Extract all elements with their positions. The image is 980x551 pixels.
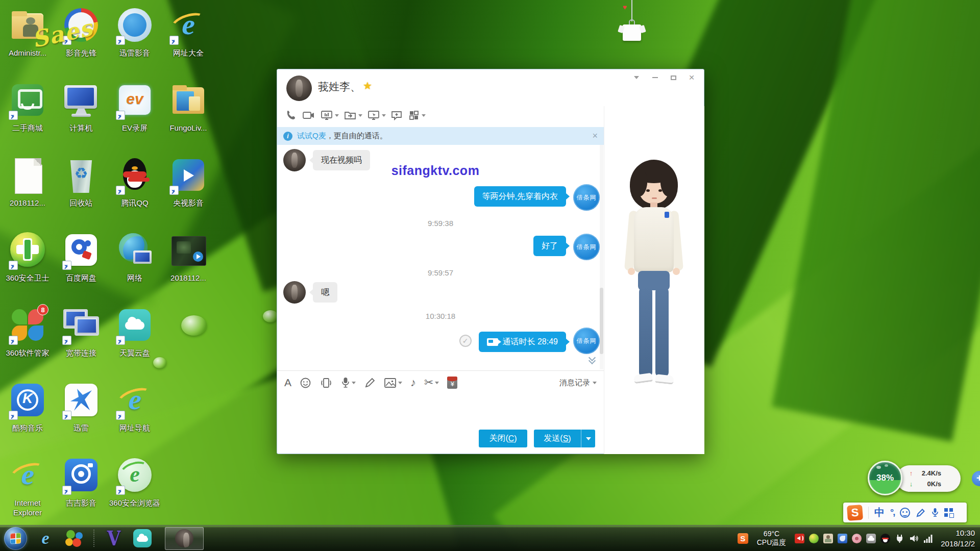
desktop-icon[interactable]: 8 360软件管家 <box>1 306 54 358</box>
desktop-icon[interactable]: 腾讯QQ <box>108 156 161 208</box>
tray-pcmanager-icon[interactable] <box>838 534 847 543</box>
desktop-icon[interactable]: 百度网盘 <box>55 231 108 283</box>
send-button[interactable]: 发送(S) <box>534 430 581 447</box>
desktop-icon[interactable]: 360安全卫士 <box>1 231 54 283</box>
red-packet-icon[interactable]: ¥ <box>447 377 457 389</box>
desktop-icon[interactable]: ♻ 回收站 <box>55 156 108 208</box>
minimize-button[interactable] <box>651 73 659 82</box>
peer-message-avatar[interactable] <box>283 149 306 171</box>
desktop-icon[interactable]: 吉吉影音 <box>55 456 108 508</box>
desktop-icon[interactable]: 迅雷影音 <box>108 6 161 58</box>
tray-power-plug-icon[interactable] <box>895 534 904 543</box>
taskbar-sogou-browser-icon[interactable] <box>63 527 85 550</box>
chinese-mode-icon[interactable]: 中 <box>874 506 885 519</box>
dropdown-caret-icon[interactable] <box>335 114 339 117</box>
desktop-icon[interactable]: 央视影音 <box>162 156 215 208</box>
tray-doctor-icon[interactable] <box>823 534 833 543</box>
dropdown-caret-icon[interactable] <box>352 382 356 384</box>
desktop-icon[interactable]: 计算机 <box>55 81 108 133</box>
tray-360-icon[interactable] <box>809 534 819 543</box>
outgoing-message[interactable]: 等两分钟,先穿着内衣 借条网 <box>277 184 600 211</box>
close-button[interactable]: × <box>688 73 696 82</box>
voice-input-icon[interactable] <box>932 508 939 518</box>
taskbar-cloud-icon[interactable] <box>132 527 153 550</box>
taskbar-ie-icon[interactable]: e <box>35 527 56 550</box>
desktop-icon[interactable]: e 网址导航 <box>108 381 161 433</box>
self-avatar-badge[interactable]: 借条网 <box>573 328 600 354</box>
desktop-icon[interactable]: K 酷狗音乐 <box>1 381 54 433</box>
qmic-link[interactable]: 试试Q麦 <box>297 131 326 141</box>
notice-close-icon[interactable]: × <box>592 131 598 141</box>
memory-ball[interactable]: 38% <box>868 461 902 495</box>
desktop-icon[interactable]: FungoLiv... <box>162 81 215 133</box>
send-options-caret[interactable] <box>581 430 595 447</box>
scroll-to-bottom-icon[interactable] <box>589 356 597 364</box>
dropdown-caret-icon[interactable] <box>422 114 426 117</box>
scrollbar-thumb[interactable] <box>600 288 603 354</box>
peer-message-avatar[interactable] <box>283 281 306 304</box>
emoji-icon[interactable] <box>300 377 311 389</box>
toolbox-grid-icon[interactable] <box>944 508 953 517</box>
screenshot-scissors-icon[interactable]: ✂ <box>424 377 439 388</box>
dropdown-caret-icon[interactable] <box>435 382 439 384</box>
desktop-icon[interactable]: 2018112... <box>162 231 215 283</box>
sogou-ime-bar[interactable]: S 中 °, <box>843 503 967 522</box>
close-chat-button[interactable]: 关闭(C) <box>479 430 527 447</box>
desktop-icon[interactable]: 2018112... <box>1 156 54 208</box>
self-avatar-badge[interactable]: 借条网 <box>573 184 600 211</box>
apps-grid-icon[interactable] <box>408 109 426 121</box>
incoming-message[interactable]: 嗯 <box>283 281 604 304</box>
tray-plum-icon[interactable] <box>852 534 862 543</box>
desktop-icon[interactable]: 二手商城 <box>1 81 54 133</box>
desktop-icon[interactable]: 网络 <box>108 231 161 283</box>
tray-qq-icon[interactable] <box>880 534 890 543</box>
screen-share-icon[interactable] <box>320 109 339 121</box>
desktop-icon[interactable]: e 360安全浏览器 <box>108 456 161 508</box>
dropdown-caret-icon[interactable] <box>382 114 386 117</box>
qq-show-avatar-girl[interactable] <box>616 160 692 405</box>
desktop-icon[interactable]: ev EV录屏 <box>108 81 161 133</box>
sogou-logo-icon[interactable]: S <box>847 504 863 520</box>
handwriting-pen-icon[interactable] <box>916 508 926 518</box>
voice-message-icon[interactable] <box>341 377 356 389</box>
message-history-button[interactable]: 消息记录 <box>559 378 597 388</box>
handwriting-icon[interactable] <box>364 377 376 389</box>
dropdown-caret-icon[interactable] <box>398 382 402 384</box>
window-menu-caret-icon[interactable] <box>632 73 641 82</box>
punctuation-icon[interactable]: °, <box>890 507 894 518</box>
call-record-message[interactable]: ✓ 通话时长 28:49 借条网 <box>277 328 600 354</box>
image-icon[interactable] <box>384 377 402 389</box>
desktop-icon[interactable]: 迅雷 <box>55 381 108 433</box>
maximize-button[interactable] <box>669 73 677 82</box>
message-scrollbar[interactable] <box>600 145 603 369</box>
network-signal-icon[interactable] <box>923 534 933 543</box>
music-icon[interactable]: ♪ <box>410 377 416 388</box>
desktop-icon-label: 计算机 <box>55 123 108 133</box>
window-shake-icon[interactable] <box>320 377 333 389</box>
desktop-icon[interactable]: 天翼云盘 <box>108 306 161 358</box>
remote-assist-icon[interactable] <box>367 109 386 121</box>
create-group-icon[interactable] <box>390 109 403 121</box>
emoji-picker-icon[interactable] <box>900 508 910 518</box>
desktop-icon[interactable]: e 网址大全 <box>162 6 215 58</box>
sogou-tray-icon[interactable]: S <box>738 533 748 544</box>
dropdown-caret-icon[interactable] <box>358 114 362 117</box>
qq-show-tshirt-ornament[interactable]: ♥ <box>616 0 648 51</box>
taskbar-vidown-icon[interactable]: V <box>103 527 125 550</box>
desktop-icon[interactable]: e Internet Explorer <box>1 456 54 518</box>
volume-icon[interactable] <box>909 534 919 543</box>
tray-clock[interactable]: 10:30 2018/12/2 <box>941 528 975 549</box>
video-call-icon[interactable] <box>302 109 315 121</box>
taskbar-active-chat-button[interactable] <box>165 527 204 550</box>
peer-avatar[interactable] <box>286 76 312 101</box>
send-file-icon[interactable] <box>344 109 362 121</box>
desktop-icon[interactable]: 宽带连接 <box>55 306 108 358</box>
self-avatar-badge[interactable]: 借条网 <box>573 234 600 260</box>
start-button[interactable] <box>4 527 27 550</box>
outgoing-message[interactable]: 好了 借条网 <box>277 234 600 260</box>
tray-media-icon[interactable] <box>795 534 804 543</box>
voice-call-icon[interactable] <box>285 109 298 121</box>
font-style-icon[interactable]: A <box>284 377 291 389</box>
message-list[interactable]: 现在视频吗 sifangktv.com 等两分钟,先穿着内衣 借条网 9:59:… <box>277 145 604 369</box>
tray-cloud-icon[interactable] <box>866 534 876 543</box>
